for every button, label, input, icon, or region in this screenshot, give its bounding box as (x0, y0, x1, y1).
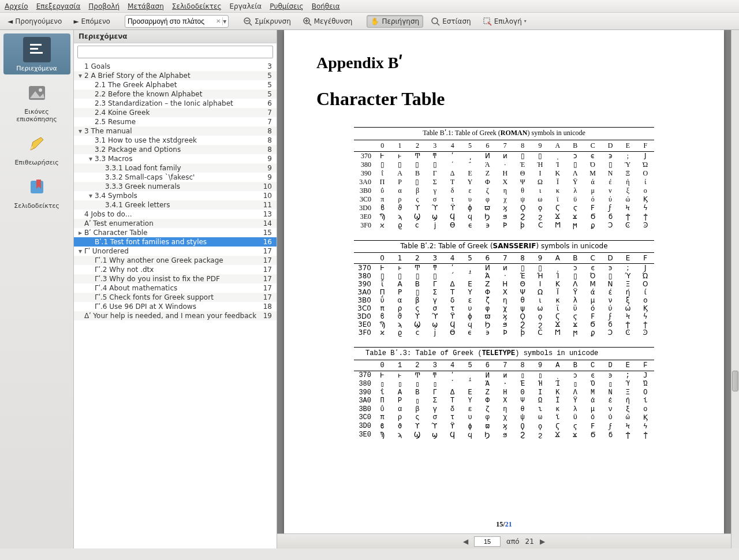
toc-item[interactable]: 2.1 The Greek Alphabet5 (74, 80, 277, 89)
toc-item[interactable]: Γʹ.6 Use 96 DPI at X Windows18 (74, 302, 277, 311)
toc-item[interactable]: 2.4 Koine Greek7 (74, 108, 277, 117)
side-bookmarks[interactable]: Σελιδοδείκτες (3, 171, 70, 212)
zoom-combo[interactable]: ✕ ▾ (125, 15, 229, 28)
next-button[interactable]: ► Επόμενο (69, 15, 114, 28)
browse-tool-button[interactable]: ✋ Περιήγηση (367, 15, 423, 28)
svg-line-4 (309, 23, 311, 25)
appendix-heading: Appendix Βʹ (316, 53, 692, 72)
side-contents[interactable]: Περιεχόμενα (3, 33, 70, 74)
toc-page: 18 (259, 303, 273, 311)
toc-item[interactable]: Αʹ Test enumeration14 (74, 219, 277, 228)
menu-go[interactable]: Μετάβαση (128, 2, 164, 10)
page-title: Character Table (316, 88, 692, 110)
toc-item[interactable]: Γʹ.1 Why another one Greek package17 (74, 256, 277, 265)
svg-rect-13 (30, 52, 43, 54)
menu-tools[interactable]: Εργαλεία (229, 2, 262, 10)
toc-item[interactable]: 3.1 How to use the xstdgreek8 (74, 136, 277, 145)
toc-item[interactable]: 1 Goals3 (74, 62, 277, 71)
toc-search-input[interactable] (77, 46, 273, 58)
expand-icon[interactable]: ▾ (76, 247, 84, 255)
zoom-in-icon (303, 17, 312, 26)
expand-icon[interactable]: ▾ (76, 127, 84, 135)
toc-page: 19 (259, 312, 273, 320)
menu-bookmarks[interactable]: Σελιδοδείκτες (172, 2, 222, 10)
vertical-scrollbar[interactable] (731, 30, 739, 548)
toc-page: 17 (259, 293, 273, 301)
toc-label: Γʹ.3 Why do you insist to fix the PDF (95, 275, 259, 283)
toc-page: 8 (259, 145, 273, 154)
prev-button[interactable]: ◄ Προηγούμενο (3, 15, 66, 28)
next-label: Επόμενο (81, 17, 110, 25)
toc-page: 17 (259, 284, 273, 292)
toc-item[interactable]: 3.2 Package and Options8 (74, 145, 277, 154)
toc-item[interactable]: 2.2 Before the known Alphabet5 (74, 89, 277, 99)
toc-label: Γʹ.2 Why not .dtx (95, 266, 259, 274)
toc-item[interactable]: ▾2 A Brief Story of the Alphabet5 (74, 71, 277, 80)
table-roman: Table Βʹ.1: Table of Greek (ROMAN) symbo… (354, 127, 654, 230)
toc-item[interactable]: Γʹ.2 Why not .dtx17 (74, 265, 277, 274)
toc-tree[interactable]: 1 Goals3▾2 A Brief Story of the Alphabet… (74, 62, 277, 548)
select-tool-button[interactable]: Επιλογή ▾ (479, 14, 531, 28)
toc-label: 3.1 How to use the xstdgreek (95, 136, 259, 144)
page-next-button[interactable]: ▶ (540, 537, 545, 546)
toc-item[interactable]: ▾3.3 Macros9 (74, 154, 277, 163)
scrollbar-thumb[interactable] (732, 371, 738, 391)
toc-item[interactable]: 3.3.1 Load font family9 (74, 163, 277, 173)
svg-line-1 (249, 23, 252, 25)
page-total: 21 (525, 537, 534, 546)
toc-item[interactable]: 2.5 Resume7 (74, 117, 277, 126)
focus-tool-button[interactable]: Εστίαση (427, 14, 475, 28)
toc-item[interactable]: Γʹ.3 Why do you insist to fix the PDF17 (74, 274, 277, 283)
side-thumbnails[interactable]: Εικόνες επισκόπησης (3, 77, 70, 125)
toc-page: 17 (259, 256, 273, 264)
menu-edit[interactable]: Επεξεργασία (36, 2, 81, 10)
page-input[interactable] (474, 536, 501, 547)
toc-item[interactable]: 4 Jobs to do…13 (74, 210, 277, 219)
toc-item[interactable]: 3.3.3 Greek numerals10 (74, 182, 277, 191)
expand-icon[interactable]: ▾ (87, 155, 95, 163)
toc-item[interactable]: ▸Βʹ Character Table15 (74, 228, 277, 237)
toc-page: 16 (259, 238, 273, 246)
toolbar: ◄ Προηγούμενο ► Επόμενο ✕ ▾ Σμίκρυνση Με… (0, 13, 739, 30)
menu-file[interactable]: Αρχείο (5, 2, 28, 10)
toc-item[interactable]: Γʹ.4 About mathematics17 (74, 283, 277, 293)
toc-page: 5 (259, 90, 273, 98)
toc-page: 9 (259, 173, 273, 181)
zoom-in-button[interactable]: Μεγέθυνση (298, 14, 357, 28)
arrow-left-icon: ◄ (8, 17, 13, 25)
browse-label: Περιήγηση (382, 17, 419, 25)
page-prev-button[interactable]: ◀ (463, 537, 468, 546)
toc-panel: Περιεχόμενα 1 Goals3▾2 A Brief Story of … (74, 30, 277, 548)
menu-view[interactable]: Προβολή (88, 2, 120, 10)
expand-icon[interactable]: ▾ (76, 72, 84, 80)
side-reviews[interactable]: Επιθεωρήσεις (3, 128, 70, 169)
menu-settings[interactable]: Ρυθμίσεις (270, 2, 303, 10)
toc-item[interactable]: ▾3 The manual8 (74, 126, 277, 136)
pdf-page: Appendix Βʹ Character Table Table Βʹ.1: … (284, 30, 724, 533)
toc-label: 3.2 Package and Options (95, 145, 259, 154)
zoom-out-icon (243, 17, 252, 26)
zoom-out-button[interactable]: Σμίκρυνση (239, 14, 295, 28)
table-teletype: Table Βʹ.3: Table of Greek (TELETYPE) sy… (354, 347, 654, 439)
dropdown-icon[interactable]: ▾ (222, 17, 226, 25)
expand-icon[interactable]: ▸ (76, 229, 84, 237)
toc-item[interactable]: Βʹ.1 Test font families and styles16 (74, 237, 277, 247)
toc-item[interactable]: 3.3.2 Small-caps `\fakesc'9 (74, 173, 277, 182)
toc-item[interactable]: Γʹ.5 Check fonts for Greek support17 (74, 293, 277, 302)
toc-page: 9 (259, 164, 273, 172)
toc-item[interactable]: 3.4.1 Greek letters11 (74, 200, 277, 210)
chevron-down-icon: ▾ (524, 18, 527, 24)
zoom-input[interactable] (128, 17, 214, 25)
expand-icon[interactable]: ▾ (87, 192, 95, 200)
toc-page: 7 (259, 109, 273, 117)
clear-icon[interactable]: ✕ (214, 18, 222, 24)
toc-item[interactable]: ▾3.4 Symbols10 (74, 191, 277, 200)
side-panel: Περιεχόμενα Εικόνες επισκόπησης Επιθεωρή… (0, 30, 74, 548)
toc-item[interactable]: ▾Γʹ Unordered17 (74, 247, 277, 256)
bookmark-icon (23, 174, 51, 200)
menu-help[interactable]: Βοήθεια (312, 2, 340, 10)
toc-item[interactable]: Δʹ Your help is needed, and I mean your … (74, 311, 277, 320)
side-contents-label: Περιεχόμενα (5, 65, 69, 72)
toc-item[interactable]: 2.3 Standardization – the Ionic alphabet… (74, 99, 277, 108)
toc-label: 2.1 The Greek Alphabet (95, 81, 259, 89)
